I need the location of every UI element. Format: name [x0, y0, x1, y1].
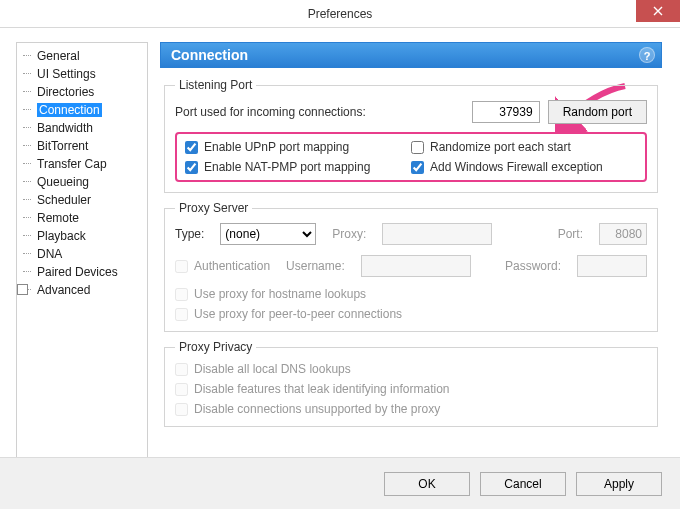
proxy-host-label: Proxy: [332, 227, 366, 241]
checkbox-proxy-p2p: Use proxy for peer-to-peer connections [175, 307, 647, 321]
sidebar-item-bandwidth[interactable]: Bandwidth [17, 119, 147, 137]
proxy-username-input [361, 255, 471, 277]
proxy-privacy-legend: Proxy Privacy [175, 340, 256, 354]
sidebar-item-transfer-cap[interactable]: Transfer Cap [17, 155, 147, 173]
sidebar-item-bittorrent[interactable]: BitTorrent [17, 137, 147, 155]
apply-button[interactable]: Apply [576, 472, 662, 496]
checkbox-unsupported: Disable connections unsupported by the p… [175, 402, 647, 416]
proxy-type-label: Type: [175, 227, 204, 241]
titlebar: Preferences [0, 0, 680, 28]
proxy-port-label: Port: [558, 227, 583, 241]
panel-title: Connection [171, 47, 248, 63]
expand-plus-icon: + [19, 283, 25, 294]
sidebar-item-advanced[interactable]: +Advanced [17, 281, 147, 299]
panel-header: Connection ? [160, 42, 662, 68]
port-input[interactable] [472, 101, 540, 123]
proxy-password-input [577, 255, 647, 277]
proxy-port-input [599, 223, 647, 245]
proxy-privacy-group: Proxy Privacy Disable all local DNS look… [164, 340, 658, 427]
proxy-username-label: Username: [286, 259, 345, 273]
checkbox-authentication: Authentication [175, 259, 270, 273]
sidebar-item-dna[interactable]: DNA [17, 245, 147, 263]
dialog-footer: OK Cancel Apply [0, 457, 680, 509]
panel-body: Listening Port Port used for incoming co… [160, 72, 662, 453]
ok-button[interactable]: OK [384, 472, 470, 496]
random-port-button[interactable]: Random port [548, 100, 647, 124]
sidebar-item-paired-devices[interactable]: Paired Devices [17, 263, 147, 281]
checkbox-proxy-hostname: Use proxy for hostname lookups [175, 287, 647, 301]
checkbox-leak: Disable features that leak identifying i… [175, 382, 647, 396]
sidebar-item-remote[interactable]: Remote [17, 209, 147, 227]
sidebar-item-playback[interactable]: Playback [17, 227, 147, 245]
highlight-annotation: Enable UPnP port mapping Randomize port … [175, 132, 647, 182]
checkbox-dns: Disable all local DNS lookups [175, 362, 647, 376]
sidebar-item-connection[interactable]: Connection [17, 101, 147, 119]
sidebar-item-queueing[interactable]: Queueing [17, 173, 147, 191]
window-title: Preferences [308, 7, 373, 21]
checkbox-randomize[interactable]: Randomize port each start [411, 140, 637, 154]
sidebar-item-scheduler[interactable]: Scheduler [17, 191, 147, 209]
help-icon[interactable]: ? [639, 47, 655, 63]
checkbox-upnp[interactable]: Enable UPnP port mapping [185, 140, 411, 154]
sidebar-tree: General UI Settings Directories Connecti… [16, 42, 148, 460]
listening-port-legend: Listening Port [175, 78, 256, 92]
sidebar-item-directories[interactable]: Directories [17, 83, 147, 101]
checkbox-firewall[interactable]: Add Windows Firewall exception [411, 160, 637, 174]
sidebar-item-general[interactable]: General [17, 47, 147, 65]
close-icon [653, 6, 663, 16]
proxy-host-input [382, 223, 492, 245]
close-button[interactable] [636, 0, 680, 22]
checkbox-natpmp[interactable]: Enable NAT-PMP port mapping [185, 160, 411, 174]
proxy-type-select[interactable]: (none) [220, 223, 316, 245]
proxy-server-legend: Proxy Server [175, 201, 252, 215]
cancel-button[interactable]: Cancel [480, 472, 566, 496]
sidebar-item-ui-settings[interactable]: UI Settings [17, 65, 147, 83]
proxy-password-label: Password: [505, 259, 561, 273]
listening-port-group: Listening Port Port used for incoming co… [164, 78, 658, 193]
proxy-server-group: Proxy Server Type: (none) Proxy: Port: A… [164, 201, 658, 332]
port-label: Port used for incoming connections: [175, 105, 464, 119]
